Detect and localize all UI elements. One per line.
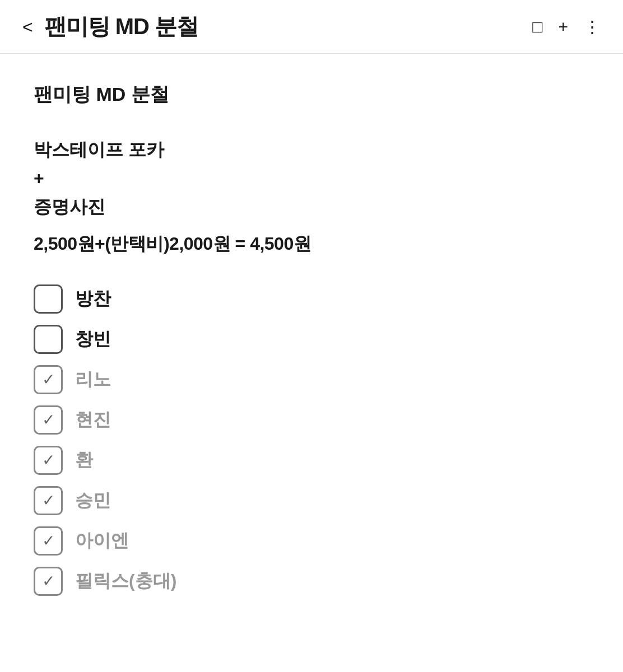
checkbox-hyunjin[interactable]: ✓ — [34, 405, 63, 435]
item-line2: 증명사진 — [34, 197, 105, 217]
list-item: ✓필릭스(충대) — [34, 567, 589, 596]
list-item: ✓현진 — [34, 405, 589, 435]
checklist: 방찬창빈✓리노✓현진✓환✓승민✓아이엔✓필릭스(충대) — [34, 284, 589, 596]
check-label-changbin: 창빈 — [75, 327, 111, 352]
list-item: 창빈 — [34, 325, 589, 354]
add-icon[interactable]: + — [558, 17, 568, 36]
page-title: 팬미팅 MD 분철 — [44, 11, 522, 42]
item-description: 박스테이프 포카 + 증명사진 — [34, 136, 589, 222]
checkbox-hwan[interactable]: ✓ — [34, 446, 63, 475]
note-content: 팬미팅 MD 분철 박스테이프 포카 + 증명사진 2,500원+(반택비)2,… — [0, 54, 623, 624]
list-item: ✓아이엔 — [34, 526, 589, 556]
book-icon[interactable]: □ — [532, 17, 542, 36]
checkbox-lino[interactable]: ✓ — [34, 365, 63, 394]
checkbox-seungmin[interactable]: ✓ — [34, 486, 63, 515]
check-label-felix: 필릭스(충대) — [75, 569, 176, 594]
check-label-seungmin: 승민 — [75, 488, 111, 513]
check-label-hwan: 환 — [75, 448, 93, 473]
checkbox-yoien[interactable]: ✓ — [34, 526, 63, 556]
list-item: ✓리노 — [34, 365, 589, 394]
item-line1: 박스테이프 포카 — [34, 139, 164, 160]
check-label-yoien: 아이엔 — [75, 529, 129, 553]
more-icon[interactable]: ⋮ — [584, 17, 601, 36]
list-item: 방찬 — [34, 284, 589, 314]
checkbox-changbin[interactable] — [34, 325, 63, 354]
header-icons: □ + ⋮ — [532, 17, 601, 36]
item-plus: + — [34, 168, 44, 188]
price-calculation: 2,500원+(반택비)2,000원 = 4,500원 — [34, 232, 589, 256]
check-label-bangchan: 방찬 — [75, 287, 111, 311]
checkbox-bangchan[interactable] — [34, 284, 63, 314]
header: < 팬미팅 MD 분철 □ + ⋮ — [0, 0, 623, 54]
list-item: ✓환 — [34, 446, 589, 475]
check-label-hyunjin: 현진 — [75, 408, 111, 432]
back-button[interactable]: < — [22, 18, 33, 36]
check-label-lino: 리노 — [75, 367, 111, 392]
checkbox-felix[interactable]: ✓ — [34, 567, 63, 596]
list-item: ✓승민 — [34, 486, 589, 515]
note-title: 팬미팅 MD 분철 — [34, 82, 589, 108]
